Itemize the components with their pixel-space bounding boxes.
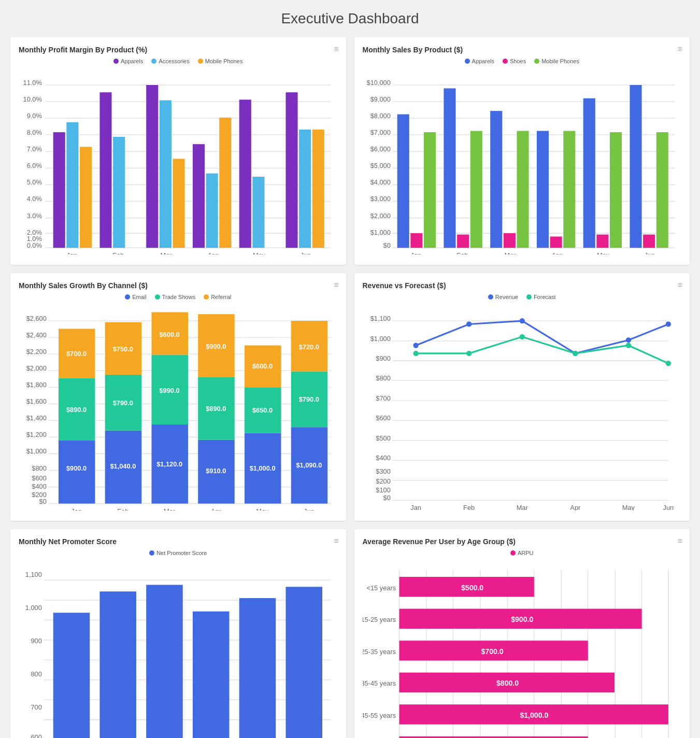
svg-text:$650.0: $650.0: [252, 406, 273, 414]
forecast-label: Forecast: [534, 294, 556, 300]
dashboard-grid: Monthly Profit Margin By Product (%) ≡ A…: [10, 37, 690, 738]
svg-text:45-55 years: 45-55 years: [363, 711, 396, 719]
shoes-label: Shoes: [510, 58, 526, 64]
svg-text:$0: $0: [39, 498, 47, 505]
svg-text:$600: $600: [376, 414, 391, 422]
svg-text:$1,200: $1,200: [26, 431, 47, 438]
svg-text:$0: $0: [383, 242, 390, 249]
svg-text:$2,000: $2,000: [370, 212, 390, 220]
svg-text:$1,600: $1,600: [26, 398, 47, 405]
svg-text:$7,000: $7,000: [370, 129, 390, 136]
svg-text:800: 800: [31, 670, 41, 678]
bar: [99, 92, 111, 248]
legend-accessories: Accessories: [151, 58, 189, 64]
forecast-dot: [526, 294, 532, 300]
svg-text:Feb: Feb: [117, 507, 128, 510]
svg-text:$800: $800: [376, 374, 391, 382]
svg-text:3.0%: 3.0%: [27, 212, 42, 220]
mobile-phones-dot: [198, 59, 203, 64]
svg-text:$6,000: $6,000: [370, 145, 390, 153]
revenue-forecast-chart: $1,100 $1,000 $900 $800 $700 $600 $500 $…: [363, 304, 682, 510]
tradeshows-label: Trade Shows: [162, 294, 195, 300]
svg-text:Jan: Jan: [71, 507, 82, 510]
svg-rect-60: [536, 131, 548, 248]
svg-text:$900.0: $900.0: [66, 464, 87, 472]
svg-text:$8,000: $8,000: [370, 112, 390, 120]
shoes-dot: [503, 59, 508, 64]
sales-growth-card: Monthly Sales Growth By Channel ($) ≡ Em…: [10, 273, 346, 521]
profit-margin-menu-icon[interactable]: ≡: [334, 45, 338, 54]
bar: [299, 130, 311, 248]
svg-point-173: [519, 334, 524, 339]
arpu-dot: [510, 550, 516, 556]
arpu-menu-icon[interactable]: ≡: [678, 536, 682, 546]
bar: [113, 137, 125, 248]
revenue-label: Revenue: [495, 294, 518, 300]
svg-text:$720.0: $720.0: [299, 343, 319, 351]
svg-rect-53: [423, 132, 435, 248]
svg-text:Jun: Jun: [304, 507, 315, 510]
svg-point-166: [466, 321, 472, 327]
monthly-sales-legend: Apparels Shoes Mobile Phones: [363, 58, 682, 64]
revenue-forecast-menu-icon[interactable]: ≡: [678, 280, 682, 290]
svg-point-175: [625, 343, 631, 348]
svg-text:0.0%: 0.0%: [27, 242, 42, 249]
svg-rect-101: [59, 441, 95, 504]
legend-nps: Net Promoter Score: [149, 550, 207, 556]
svg-rect-64: [596, 235, 608, 248]
svg-text:Apr: Apr: [551, 251, 562, 254]
sales-growth-menu-icon[interactable]: ≡: [334, 280, 338, 290]
revenue-dot: [488, 294, 493, 300]
email-dot: [125, 294, 130, 300]
svg-text:$2,600: $2,600: [26, 315, 47, 322]
svg-text:$1,800: $1,800: [26, 381, 47, 389]
svg-text:9.0%: 9.0%: [27, 112, 42, 120]
monthly-sales-title: Monthly Sales By Product ($): [363, 46, 682, 54]
bar: [173, 159, 184, 248]
svg-text:$2,400: $2,400: [26, 331, 47, 339]
svg-rect-65: [610, 132, 622, 248]
referral-label: Referral: [211, 294, 231, 300]
mobile-phones-label: Mobile Phones: [205, 58, 243, 64]
svg-point-165: [413, 343, 418, 348]
profit-margin-chart: 11.0% 10.0% 9.0% 8.0% 7.0% 6.0% 5.0% 4.0…: [19, 68, 338, 254]
svg-text:$700.0: $700.0: [481, 647, 503, 655]
bar: [193, 144, 205, 248]
svg-text:$1,000: $1,000: [370, 335, 390, 343]
svg-text:Jun: Jun: [644, 251, 655, 254]
svg-text:May: May: [253, 251, 266, 254]
svg-rect-63: [583, 98, 595, 248]
monthly-sales-card: Monthly Sales By Product ($) ≡ Apparels …: [354, 37, 690, 265]
legend-tradeshows: Trade Shows: [155, 294, 195, 300]
svg-text:Mar: Mar: [504, 251, 516, 254]
svg-rect-68: [656, 132, 668, 248]
email-label: Email: [132, 294, 147, 300]
legend-email: Email: [125, 294, 147, 300]
svg-rect-67: [643, 235, 655, 248]
revenue-forecast-title: Revenue vs Forecast ($): [363, 281, 682, 290]
nps-legend: Net Promoter Score: [19, 550, 338, 556]
svg-point-172: [466, 351, 472, 356]
bar: [80, 147, 92, 248]
svg-text:Jan: Jan: [66, 251, 77, 254]
profit-margin-title: Monthly Profit Margin By Product (%): [19, 46, 338, 54]
svg-text:$2,000: $2,000: [26, 364, 47, 372]
apparels2-label: Apparels: [472, 58, 494, 64]
monthly-sales-menu-icon[interactable]: ≡: [678, 45, 682, 54]
svg-text:Mar: Mar: [161, 251, 173, 254]
svg-text:$1,000: $1,000: [370, 229, 390, 236]
bar: [312, 130, 324, 248]
apparels-dot: [113, 59, 119, 64]
svg-text:1,000: 1,000: [25, 604, 42, 612]
svg-text:May: May: [597, 251, 610, 254]
nps-menu-icon[interactable]: ≡: [334, 536, 338, 546]
svg-text:Jan: Jan: [410, 251, 421, 254]
legend-revenue: Revenue: [488, 294, 518, 300]
svg-point-171: [413, 351, 418, 356]
svg-text:Feb: Feb: [456, 251, 468, 254]
svg-text:$1,090.0: $1,090.0: [296, 461, 322, 469]
legend-mobile2: Mobile Phones: [534, 58, 579, 64]
svg-text:$900.0: $900.0: [206, 343, 226, 350]
svg-text:$10,000: $10,000: [366, 79, 390, 87]
svg-text:700: 700: [31, 703, 41, 711]
